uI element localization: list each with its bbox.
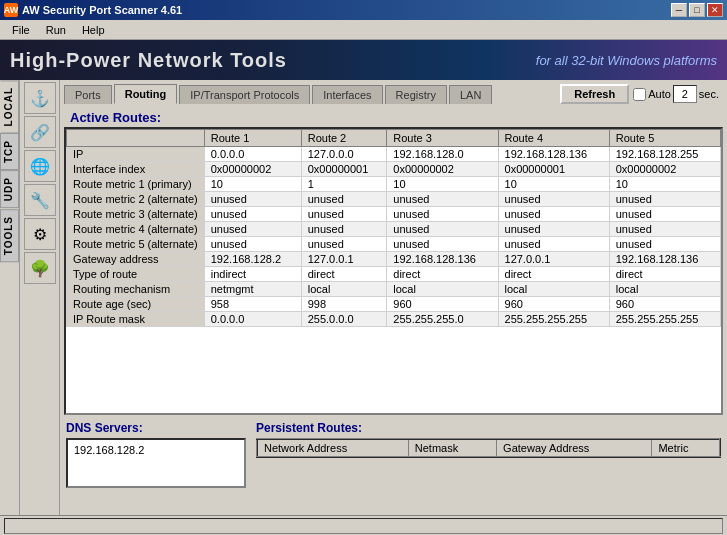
col-header-route3: Route 3	[387, 130, 498, 147]
sidebar: LOCAL TCP UDP TOOLS ⚓ 🔗 🌐 🔧 ⚙ 🌳	[0, 80, 60, 515]
cell-value: unused	[387, 237, 498, 252]
tab-local[interactable]: LOCAL	[0, 80, 19, 133]
col-header-route4: Route 4	[498, 130, 609, 147]
status-bar	[0, 515, 727, 535]
cell-value: unused	[387, 207, 498, 222]
row-label: Route metric 1 (primary)	[67, 177, 205, 192]
cell-value: 127.0.0.1	[498, 252, 609, 267]
table-header-row: Route 1 Route 2 Route 3 Route 4 Route 5	[67, 130, 721, 147]
tab-tools[interactable]: TOOLS	[0, 209, 19, 262]
routes-table-container[interactable]: Route 1 Route 2 Route 3 Route 4 Route 5 …	[64, 127, 723, 415]
table-row: Route metric 5 (alternate)unusedunusedun…	[67, 237, 721, 252]
table-row: Route metric 2 (alternate)unusedunusedun…	[67, 192, 721, 207]
cell-value: unused	[204, 222, 301, 237]
dns-section: DNS Servers: 192.168.128.2	[66, 421, 246, 511]
sidebar-vert-tabs: LOCAL TCP UDP TOOLS	[0, 80, 20, 515]
window-title: AW Security Port Scanner 4.61	[22, 4, 182, 16]
sidebar-icon-link[interactable]: 🔗	[24, 116, 56, 148]
col-header-route1: Route 1	[204, 130, 301, 147]
menu-run[interactable]: Run	[38, 22, 74, 38]
cell-value: direct	[301, 267, 387, 282]
cell-value: 127.0.0.1	[301, 252, 387, 267]
banner-subtitle: for all 32-bit Windows platforms	[536, 53, 717, 68]
maximize-button[interactable]: □	[689, 3, 705, 17]
table-row: Route metric 3 (alternate)unusedunusedun…	[67, 207, 721, 222]
cell-value: 998	[301, 297, 387, 312]
tab-ip-transport[interactable]: IP/Transport Protocols	[179, 85, 310, 104]
cell-value: 192.168.128.2	[204, 252, 301, 267]
auto-checkbox[interactable]	[633, 88, 646, 101]
row-label: Interface index	[67, 162, 205, 177]
tab-udp[interactable]: UDP	[0, 170, 19, 208]
tab-tcp[interactable]: TCP	[0, 133, 19, 170]
cell-value: 192.168.128.136	[387, 252, 498, 267]
main-content: LOCAL TCP UDP TOOLS ⚓ 🔗 🌐 🔧 ⚙ 🌳 Ports Ro…	[0, 80, 727, 515]
cell-value: unused	[609, 222, 720, 237]
cell-value: 192.168.128.0	[387, 147, 498, 162]
cell-value: unused	[204, 207, 301, 222]
cell-value: 127.0.0.0	[301, 147, 387, 162]
tab-interfaces[interactable]: Interfaces	[312, 85, 382, 104]
col-header-route5: Route 5	[609, 130, 720, 147]
cell-value: 1	[301, 177, 387, 192]
cell-value: local	[301, 282, 387, 297]
cell-value: unused	[498, 222, 609, 237]
minimize-button[interactable]: ─	[671, 3, 687, 17]
table-row: Route age (sec)958998960960960	[67, 297, 721, 312]
cell-value: 10	[387, 177, 498, 192]
sidebar-icon-globe[interactable]: 🌐	[24, 150, 56, 182]
table-row: IP Route mask0.0.0.0255.0.0.0255.255.255…	[67, 312, 721, 327]
row-label: Routing mechanism	[67, 282, 205, 297]
row-label: Route metric 5 (alternate)	[67, 237, 205, 252]
sidebar-icon-gear[interactable]: ⚙	[24, 218, 56, 250]
dns-box: 192.168.128.2	[66, 438, 246, 488]
auto-interval-input[interactable]	[673, 85, 697, 103]
row-label: Route age (sec)	[67, 297, 205, 312]
tab-lan[interactable]: LAN	[449, 85, 492, 104]
cell-value: unused	[609, 237, 720, 252]
cell-value: unused	[301, 237, 387, 252]
cell-value: 960	[609, 297, 720, 312]
cell-value: 192.168.128.136	[609, 252, 720, 267]
bottom-area: DNS Servers: 192.168.128.2 Persistent Ro…	[60, 415, 727, 515]
cell-value: 0.0.0.0	[204, 312, 301, 327]
cell-value: 255.255.255.0	[387, 312, 498, 327]
col-header-label	[67, 130, 205, 147]
active-routes-title: Active Routes:	[64, 106, 723, 127]
dns-value: 192.168.128.2	[74, 444, 144, 456]
close-button[interactable]: ✕	[707, 3, 723, 17]
cell-value: unused	[498, 237, 609, 252]
cell-value: 10	[204, 177, 301, 192]
sidebar-icon-wrench[interactable]: 🔧	[24, 184, 56, 216]
cell-value: direct	[498, 267, 609, 282]
sec-label: sec.	[699, 88, 719, 100]
cell-value: 10	[498, 177, 609, 192]
row-label: IP	[67, 147, 205, 162]
tab-ports[interactable]: Ports	[64, 85, 112, 104]
menu-help[interactable]: Help	[74, 22, 113, 38]
menu-file[interactable]: File	[4, 22, 38, 38]
table-row: Route metric 4 (alternate)unusedunusedun…	[67, 222, 721, 237]
row-label: Route metric 2 (alternate)	[67, 192, 205, 207]
cell-value: 0x00000002	[204, 162, 301, 177]
cell-value: 192.168.128.136	[498, 147, 609, 162]
table-row: IP0.0.0.0127.0.0.0192.168.128.0192.168.1…	[67, 147, 721, 162]
cell-value: unused	[204, 192, 301, 207]
header-banner: High-Power Network Tools for all 32-bit …	[0, 40, 727, 80]
cell-value: unused	[498, 192, 609, 207]
tab-registry[interactable]: Registry	[385, 85, 447, 104]
persistent-col-metric: Metric	[652, 439, 720, 457]
cell-value: unused	[609, 207, 720, 222]
persistent-table: Network Address Netmask Gateway Address …	[256, 438, 721, 458]
refresh-button[interactable]: Refresh	[560, 84, 629, 104]
cell-value: 255.0.0.0	[301, 312, 387, 327]
dns-title: DNS Servers:	[66, 421, 246, 435]
persistent-col-gateway: Gateway Address	[497, 439, 652, 457]
app-icon: AW	[4, 3, 18, 17]
menu-bar: File Run Help	[0, 20, 727, 40]
banner-title: High-Power Network Tools	[10, 49, 287, 72]
tab-routing[interactable]: Routing	[114, 84, 178, 104]
cell-value: unused	[301, 222, 387, 237]
sidebar-icon-anchor[interactable]: ⚓	[24, 82, 56, 114]
sidebar-icon-tree[interactable]: 🌳	[24, 252, 56, 284]
